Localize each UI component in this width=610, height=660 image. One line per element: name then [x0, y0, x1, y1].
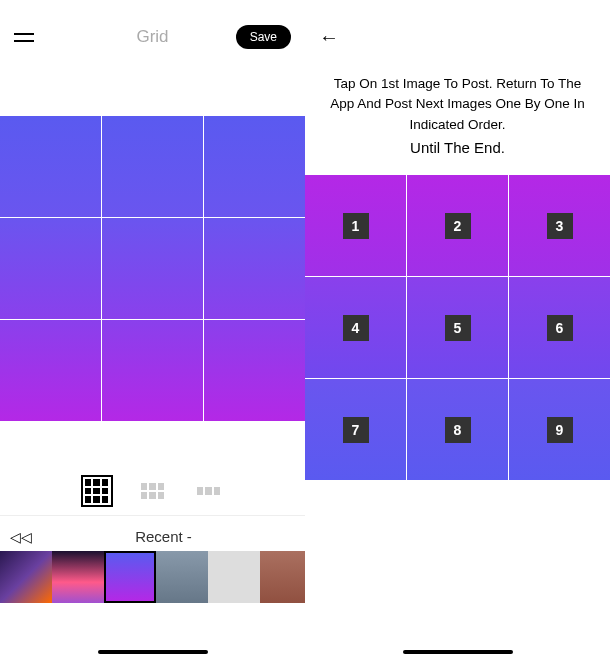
grid-cell[interactable]: [204, 218, 305, 319]
numbered-cell[interactable]: 6: [509, 277, 610, 378]
instruction-line: Until The End.: [321, 137, 594, 160]
numbered-cell[interactable]: 8: [407, 379, 508, 480]
order-number: 8: [445, 417, 471, 443]
order-number: 5: [445, 315, 471, 341]
rewind-icon[interactable]: ◁◁: [10, 529, 32, 545]
numbered-cell[interactable]: 7: [305, 379, 406, 480]
order-number: 2: [445, 213, 471, 239]
grid-preview[interactable]: [0, 116, 305, 421]
numbered-cell[interactable]: 1: [305, 175, 406, 276]
home-indicator[interactable]: [403, 650, 513, 654]
numbered-cell[interactable]: 9: [509, 379, 610, 480]
posting-order-screen: ← Tap On 1st Image To Post. Return To Th…: [305, 0, 610, 660]
recent-label[interactable]: Recent -: [32, 528, 295, 545]
grid-3x1-icon[interactable]: [197, 487, 221, 495]
thumbnail[interactable]: [208, 551, 260, 603]
save-button[interactable]: Save: [236, 25, 291, 49]
thumbnail[interactable]: [52, 551, 104, 603]
back-arrow-icon[interactable]: ←: [319, 26, 339, 49]
grid-3x2-icon[interactable]: [141, 483, 165, 499]
header: Grid Save: [0, 0, 305, 74]
view-mode-selector: [0, 479, 305, 516]
grid-cell[interactable]: [0, 116, 101, 217]
grid-cell[interactable]: [204, 320, 305, 421]
instruction-line: Tap On 1st Image To Post. Return To The …: [330, 76, 584, 132]
numbered-cell[interactable]: 5: [407, 277, 508, 378]
order-number: 9: [547, 417, 573, 443]
home-indicator[interactable]: [98, 650, 208, 654]
thumbnail[interactable]: [0, 551, 52, 603]
thumbnail[interactable]: [260, 551, 305, 603]
thumbnail-strip[interactable]: [0, 551, 305, 603]
numbered-cell[interactable]: 3: [509, 175, 610, 276]
numbered-grid: 1 2 3 4 5 6 7 8 9: [305, 175, 610, 480]
numbered-cell[interactable]: 2: [407, 175, 508, 276]
editor-screen: Grid Save ◁◁ Recent -: [0, 0, 305, 660]
instructions-text: Tap On 1st Image To Post. Return To The …: [305, 74, 610, 159]
page-title: Grid: [136, 27, 168, 47]
order-number: 7: [343, 417, 369, 443]
header: ←: [305, 0, 610, 74]
thumbnail[interactable]: [156, 551, 208, 603]
order-number: 6: [547, 315, 573, 341]
menu-icon[interactable]: [14, 28, 34, 47]
grid-3x3-icon[interactable]: [85, 479, 109, 503]
grid-cell[interactable]: [0, 320, 101, 421]
grid-cell[interactable]: [102, 218, 203, 319]
order-number: 3: [547, 213, 573, 239]
grid-cell[interactable]: [0, 218, 101, 319]
numbered-cell[interactable]: 4: [305, 277, 406, 378]
order-number: 4: [343, 315, 369, 341]
order-number: 1: [343, 213, 369, 239]
grid-cell[interactable]: [102, 320, 203, 421]
grid-cell[interactable]: [204, 116, 305, 217]
thumbnail-selected[interactable]: [104, 551, 156, 603]
recent-bar: ◁◁ Recent -: [0, 516, 305, 551]
grid-cell[interactable]: [102, 116, 203, 217]
